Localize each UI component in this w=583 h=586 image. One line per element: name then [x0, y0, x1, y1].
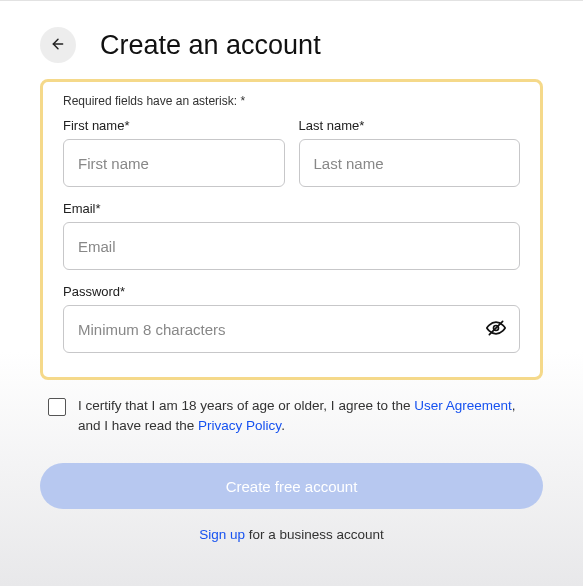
page-title: Create an account: [100, 30, 321, 61]
required-fields-note: Required fields have an asterisk: *: [63, 94, 520, 108]
back-button[interactable]: [40, 27, 76, 63]
email-label: Email*: [63, 201, 520, 216]
business-signup-row: Sign up for a business account: [40, 527, 543, 542]
last-name-label: Last name*: [299, 118, 521, 133]
last-name-input[interactable]: [299, 139, 521, 187]
first-name-label: First name*: [63, 118, 285, 133]
password-label: Password*: [63, 284, 520, 299]
privacy-policy-link[interactable]: Privacy Policy: [198, 418, 281, 433]
arrow-left-icon: [50, 36, 66, 55]
certify-text: I certify that I am 18 years of age or o…: [78, 396, 535, 435]
eye-off-icon: [486, 318, 506, 341]
password-input[interactable]: [63, 305, 520, 353]
business-signup-link[interactable]: Sign up: [199, 527, 245, 542]
certify-checkbox[interactable]: [48, 398, 66, 416]
toggle-password-visibility-button[interactable]: [484, 317, 508, 341]
user-agreement-link[interactable]: User Agreement: [414, 398, 512, 413]
email-input[interactable]: [63, 222, 520, 270]
create-account-button[interactable]: Create free account: [40, 463, 543, 509]
signup-form-box: Required fields have an asterisk: * Firs…: [40, 79, 543, 380]
first-name-input[interactable]: [63, 139, 285, 187]
